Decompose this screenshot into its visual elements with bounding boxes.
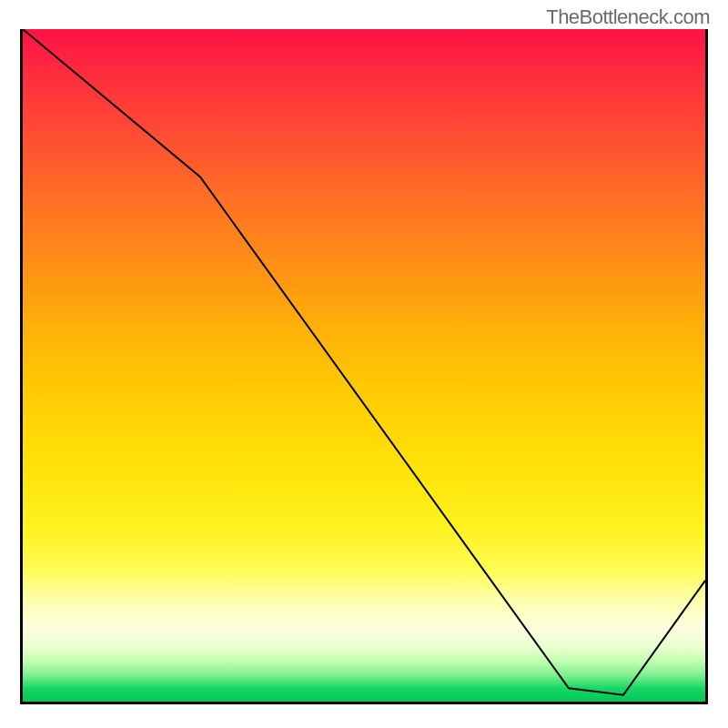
bottleneck-curve bbox=[23, 29, 705, 695]
chart-area bbox=[20, 29, 708, 704]
watermark-text: TheBottleneck.com bbox=[546, 5, 710, 29]
line-plot bbox=[23, 29, 705, 702]
